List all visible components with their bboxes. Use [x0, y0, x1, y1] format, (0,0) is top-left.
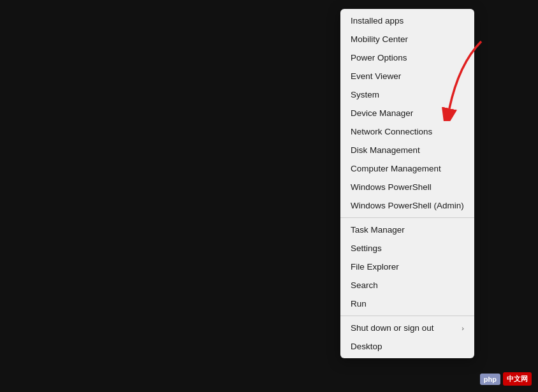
menu-item-settings[interactable]: Settings — [340, 239, 474, 258]
menu-item-windows-powershell[interactable]: Windows PowerShell — [340, 178, 474, 196]
menu-item-disk-management[interactable]: Disk Management — [340, 141, 474, 159]
menu-item-label: Search — [351, 280, 378, 290]
cn-badge: 中文网 — [503, 372, 532, 386]
menu-divider — [340, 217, 474, 218]
php-badge: php — [480, 374, 500, 385]
menu-item-task-manager[interactable]: Task Manager — [340, 221, 474, 239]
menu-item-mobility-center[interactable]: Mobility Center — [340, 30, 474, 48]
menu-item-label: Power Options — [351, 53, 407, 62]
menu-item-label: Run — [351, 299, 367, 309]
menu-item-device-manager[interactable]: Device Manager — [340, 104, 474, 122]
menu-item-label: Shut down or sign out — [351, 323, 434, 333]
menu-item-windows-powershell-admin[interactable]: Windows PowerShell (Admin) — [340, 196, 474, 215]
menu-item-label: Device Manager — [351, 108, 413, 118]
menu-item-label: Task Manager — [351, 225, 405, 235]
menu-item-desktop[interactable]: Desktop — [340, 337, 474, 356]
menu-item-label: Computer Management — [351, 164, 441, 173]
menu-item-label: Installed apps — [351, 16, 404, 25]
watermark: php 中文网 — [480, 372, 532, 386]
menu-item-label: System — [351, 90, 379, 99]
menu-item-label: File Explorer — [351, 262, 399, 272]
menu-item-computer-management[interactable]: Computer Management — [340, 159, 474, 178]
menu-item-shut-down-or-sign-out[interactable]: Shut down or sign out› — [340, 319, 474, 337]
menu-item-label: Network Connections — [351, 127, 432, 136]
menu-item-search[interactable]: Search — [340, 276, 474, 294]
menu-item-installed-apps[interactable]: Installed apps — [340, 11, 474, 30]
menu-item-power-options[interactable]: Power Options — [340, 48, 474, 67]
menu-item-file-explorer[interactable]: File Explorer — [340, 258, 474, 276]
menu-item-label: Settings — [351, 243, 382, 253]
submenu-chevron-icon: › — [462, 324, 464, 332]
menu-item-label: Mobility Center — [351, 34, 408, 44]
menu-item-network-connections[interactable]: Network Connections — [340, 122, 474, 141]
menu-item-label: Event Viewer — [351, 71, 401, 81]
menu-item-run[interactable]: Run — [340, 294, 474, 313]
menu-item-label: Disk Management — [351, 145, 420, 155]
menu-divider — [340, 316, 474, 316]
menu-item-label: Desktop — [351, 342, 382, 351]
menu-item-event-viewer[interactable]: Event Viewer — [340, 67, 474, 85]
context-menu: Installed appsMobility CenterPower Optio… — [340, 9, 474, 358]
menu-item-label: Windows PowerShell (Admin) — [351, 201, 464, 210]
menu-item-label: Windows PowerShell — [351, 182, 432, 192]
menu-item-system[interactable]: System — [340, 85, 474, 104]
